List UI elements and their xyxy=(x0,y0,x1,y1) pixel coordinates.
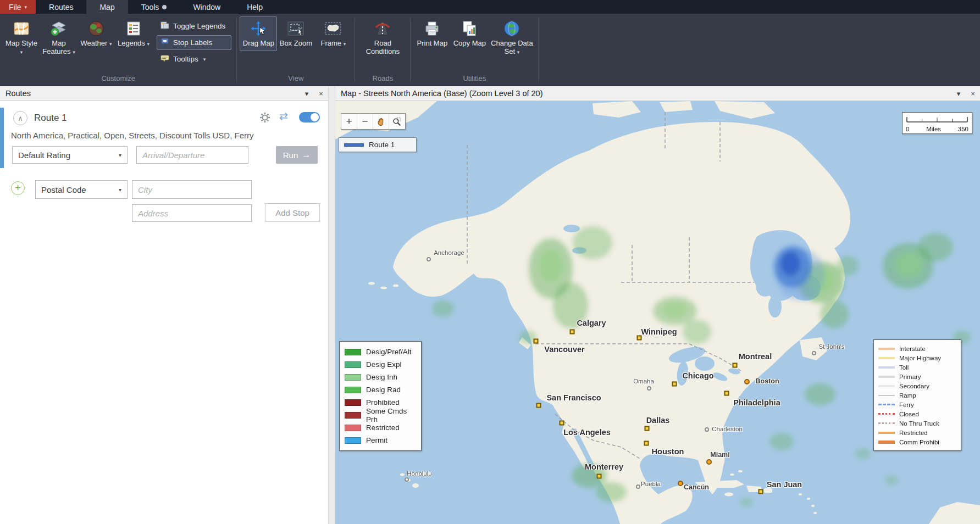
arrival-departure-input[interactable] xyxy=(136,146,248,164)
scale-unit: Miles xyxy=(926,126,941,132)
ribbon-group-label-utilities: Utilities xyxy=(413,73,535,86)
change-data-set-icon xyxy=(503,20,521,37)
copy-map-icon xyxy=(461,20,478,37)
weather-button[interactable]: Weather ▾ xyxy=(77,16,115,51)
road-conditions-button[interactable]: Road Conditions xyxy=(358,16,407,59)
menu-item-label: Help xyxy=(247,3,263,12)
ribbon: Map Style ▾ Map Features ▾ Weather ▾ xyxy=(0,14,980,86)
legend-row: Desig Inh xyxy=(345,371,416,383)
run-button[interactable]: Run → xyxy=(276,146,318,164)
stop-type-select[interactable]: Postal Code ▾ xyxy=(35,180,128,199)
print-map-button[interactable]: Print Map xyxy=(413,16,451,51)
add-stop-label: Add Stop xyxy=(275,208,309,218)
ribbon-group-utilities: Print Map Copy Map Change Data Set ▾ Uti… xyxy=(411,14,538,86)
menu-item-map[interactable]: Map xyxy=(86,0,128,14)
legend-line-sample xyxy=(878,395,895,396)
ribbon-group-customize: Map Style ▾ Map Features ▾ Weather ▾ xyxy=(0,14,236,86)
ribbon-separator xyxy=(538,18,539,82)
legend-label: Desig Rad xyxy=(366,386,401,394)
add-stop-button[interactable]: Add Stop xyxy=(265,203,320,222)
weather-label: Weather ▾ xyxy=(80,40,112,48)
route-settings-gear-icon[interactable] xyxy=(259,112,270,125)
drag-map-label: Drag Map xyxy=(243,40,274,48)
map-geography xyxy=(335,101,980,524)
menu-bar-items: File▾RoutesMapToolsWindowHelp xyxy=(0,0,980,14)
legend-label: Some Cmds Prh xyxy=(366,407,416,423)
address-input[interactable] xyxy=(132,204,252,222)
menu-item-routes[interactable]: Routes xyxy=(36,0,86,14)
legends-button[interactable]: Legends ▾ xyxy=(115,16,152,51)
notification-dot-icon xyxy=(162,5,167,9)
route-map-legend-chip[interactable]: Route 1 xyxy=(339,137,417,152)
frame-button[interactable]: Frame ▾ xyxy=(314,16,352,51)
route-name: Route 1 xyxy=(34,113,67,124)
drag-map-button[interactable]: Drag Map xyxy=(240,16,277,51)
map-style-label: Map Style ▾ xyxy=(4,40,38,56)
add-stop-plus-icon[interactable]: + xyxy=(11,181,25,195)
tooltips-icon xyxy=(160,54,169,64)
menu-item-help[interactable]: Help xyxy=(234,0,276,14)
legend-row: Ferry xyxy=(878,400,956,409)
run-button-label: Run xyxy=(283,150,298,160)
road-conditions-icon xyxy=(374,20,391,37)
route-visibility-toggle[interactable] xyxy=(299,112,320,122)
zoom-out-button[interactable]: − xyxy=(357,114,373,129)
legend-line-sample xyxy=(878,385,895,387)
legend-row: Restricted xyxy=(878,428,956,437)
panel-splitter[interactable] xyxy=(328,86,335,524)
map-panel-header: Map - Streets North America (Base) (Zoom… xyxy=(335,86,980,101)
menu-item-file[interactable]: File▾ xyxy=(0,0,36,14)
toggle-knob xyxy=(311,113,319,121)
menu-item-window[interactable]: Window xyxy=(180,0,234,14)
legend-row: Closed xyxy=(878,409,956,419)
legends-label: Legends ▾ xyxy=(118,40,150,48)
route-compare-icon[interactable]: ⇄ xyxy=(279,110,288,122)
route-collapse-button[interactable]: ∧ xyxy=(13,111,27,125)
map-scale-bar: 0 Miles 350 xyxy=(902,112,972,134)
map-zoom-toolbar: + − xyxy=(341,113,406,130)
map-panel-collapse-icon[interactable]: ▾ xyxy=(951,90,966,98)
legend-color-swatch xyxy=(345,361,361,368)
legends-icon xyxy=(125,20,142,37)
map-style-button[interactable]: Map Style ▾ xyxy=(3,16,40,59)
legend-label: Primary xyxy=(899,374,921,380)
routes-panel-close-icon[interactable]: × xyxy=(314,90,328,98)
map-panel-title: Map - Streets North America (Base) (Zoom… xyxy=(335,89,951,98)
legend-row: Comm Prohibi xyxy=(878,437,956,447)
legend-line-sample xyxy=(878,404,895,405)
designation-legend: Desig/Pref/AltDesig ExplDesig InhDesig R… xyxy=(339,341,422,451)
legend-row: No Thru Truck xyxy=(878,419,956,428)
map-style-icon xyxy=(13,20,30,37)
zoom-in-button[interactable]: + xyxy=(341,114,357,129)
stop-labels-button[interactable]: Stop Labels xyxy=(157,35,231,50)
legend-color-swatch xyxy=(345,412,361,419)
copy-map-button[interactable]: Copy Map xyxy=(451,16,488,51)
tooltips-button[interactable]: Tooltips ▾ xyxy=(157,52,231,66)
caret-down-icon: ▾ xyxy=(109,41,112,47)
routes-panel-collapse-icon[interactable]: ▾ xyxy=(300,90,314,98)
legend-row: Desig Rad xyxy=(345,383,416,396)
map-features-button[interactable]: Map Features ▾ xyxy=(40,16,77,59)
toggle-legends-button[interactable]: Toggle Legends xyxy=(157,19,231,34)
legend-label: Interstate xyxy=(899,345,926,352)
zoom-box-button[interactable] xyxy=(389,114,405,129)
change-data-set-label: Change Data Set ▾ xyxy=(490,40,534,56)
ribbon-group-label-customize: Customize xyxy=(3,73,234,86)
change-data-set-button[interactable]: Change Data Set ▾ xyxy=(488,16,535,59)
legend-row: Ramp xyxy=(878,391,956,400)
legend-label: Ramp xyxy=(899,392,916,399)
stop-labels-icon xyxy=(160,37,169,48)
menu-item-tools[interactable]: Tools xyxy=(128,0,180,14)
map-panel-close-icon[interactable]: × xyxy=(966,90,980,98)
routes-panel: ∧ Route 1 ⇄ North America, Practical, Op… xyxy=(0,101,328,524)
view-items: Drag Map Box Zoom Frame ▾ xyxy=(240,14,352,73)
map-canvas[interactable]: AnchorageCalgaryWinnipegVancouverMontrea… xyxy=(335,101,980,524)
legend-row: Interstate xyxy=(878,344,956,353)
city-input[interactable] xyxy=(132,180,252,199)
rating-select[interactable]: Default Rating ▾ xyxy=(12,146,128,164)
legend-line-sample xyxy=(878,413,895,415)
scale-min: 0 xyxy=(906,126,909,132)
box-zoom-button[interactable]: Box Zoom xyxy=(277,16,314,51)
pan-hand-button[interactable] xyxy=(373,114,389,129)
legend-row: Secondary xyxy=(878,381,956,391)
